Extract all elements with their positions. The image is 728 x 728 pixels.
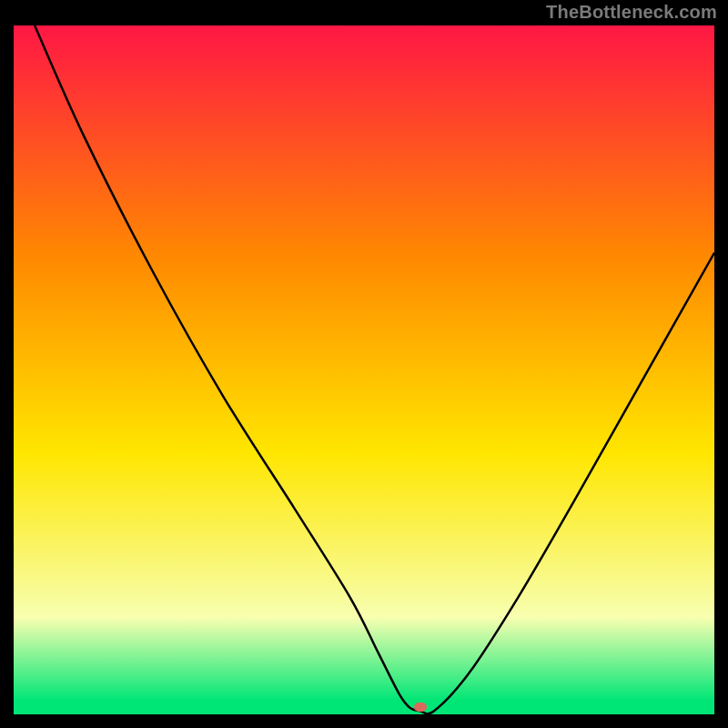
chart-frame — [14, 25, 714, 714]
watermark-text: TheBottleneck.com — [546, 2, 717, 23]
bottleneck-chart — [14, 25, 714, 714]
optimal-point-marker — [414, 703, 427, 712]
chart-background — [14, 25, 714, 714]
